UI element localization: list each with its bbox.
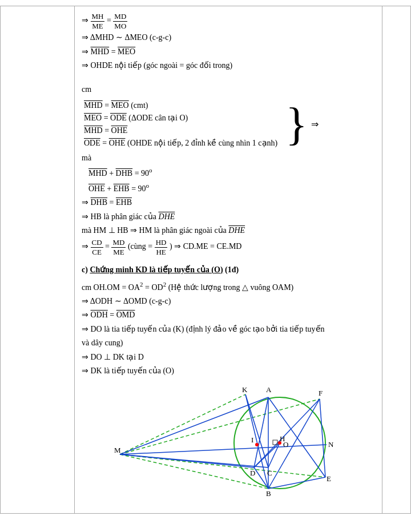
fraction-hd-he: HDHE bbox=[155, 238, 168, 256]
label-c: C bbox=[267, 469, 272, 477]
brace-line-4: ODE = OHE (OHDE nội tiếp, 2 đỉnh kề cùng… bbox=[84, 137, 277, 149]
dk-tiep-tuyen: ⇒ DK là tiếp tuyến của (O) bbox=[82, 365, 375, 377]
label-m: M bbox=[114, 446, 121, 454]
day-cung: và dây cung) bbox=[82, 337, 375, 349]
label-k: K bbox=[242, 385, 248, 394]
do-perp-dk: ⇒ DO ⊥ DK tại D bbox=[82, 351, 375, 364]
angle-mhd: MHD bbox=[91, 47, 110, 56]
fraction-cd-ce: CDCE bbox=[91, 238, 103, 256]
equation-line-2: ⇒ ΔMHD ∼ ΔMEO (c-g-c) bbox=[82, 31, 375, 44]
label-f: F bbox=[319, 389, 323, 397]
label-b: B bbox=[266, 489, 271, 498]
svg-line-9 bbox=[268, 397, 325, 477]
odh-omd-line: ⇒ ΔODH ∼ ΔOMD (c-g-c) bbox=[82, 295, 375, 308]
fraction-md-mo: MDMO bbox=[113, 12, 127, 30]
svg-line-19 bbox=[120, 454, 254, 467]
label-o: O bbox=[283, 440, 288, 449]
main-table: ⇒ MHME = MDMO ⇒ ΔMHD ∼ ΔMEO (c-g-c) ⇒ MH… bbox=[0, 6, 411, 514]
label-d: D bbox=[250, 469, 255, 477]
label-e: E bbox=[327, 474, 331, 483]
brace-line-1: MHD = MEO (cmt) bbox=[84, 99, 277, 111]
dhb-equal: ⇒ DHB = EHB bbox=[82, 196, 375, 209]
fraction-mh-me: MHME bbox=[91, 12, 105, 30]
brace-line-2: MEO = ODE (ΔODE cân tại O) bbox=[84, 112, 277, 124]
dhb-line-1: MHD + DHB = 90o bbox=[88, 166, 375, 180]
dhb-line-2: OHE + EHB = 90o bbox=[88, 181, 375, 195]
hb-phan-giac: ⇒ HB là phân giác của DHE bbox=[82, 211, 375, 223]
brace-section: MHD = MEO (cmt) MEO = ODE (ΔODE cân tại … bbox=[82, 99, 375, 150]
left-column bbox=[1, 6, 75, 514]
geometry-diagram: M K A F N I H O D C B E bbox=[91, 383, 365, 509]
right-brace: } bbox=[285, 101, 307, 147]
svg-line-13 bbox=[320, 399, 325, 477]
angle-meo: MEO bbox=[118, 47, 135, 56]
svg-point-23 bbox=[255, 443, 259, 446]
cd-ce-line: ⇒ CDCE = MDME (cùng = HDHE ) ⇒ CD.ME = C… bbox=[82, 238, 375, 256]
page: ⇒ MHME = MDMO ⇒ ΔMHD ∼ ΔMEO (c-g-c) ⇒ MH… bbox=[0, 0, 411, 532]
implication-arrow: ⇒ bbox=[311, 119, 319, 130]
label-a: A bbox=[266, 385, 272, 394]
svg-line-14 bbox=[268, 477, 325, 489]
hm-phan-giac: mà HM ⊥ HB ⇒ HM là phân giác ngoài của D… bbox=[82, 224, 375, 237]
brace-line-3: MHD = OHE bbox=[84, 124, 277, 136]
label-n: N bbox=[328, 440, 334, 449]
right-column bbox=[382, 6, 411, 514]
oh-om-line: cm OH.OM = OA2 = OD2 (Hệ thức lượng tron… bbox=[82, 280, 375, 294]
ma-label: mà bbox=[82, 152, 375, 164]
svg-line-10 bbox=[254, 397, 268, 467]
label-i: I bbox=[251, 436, 253, 444]
equation-line-1: ⇒ MHME = MDMO bbox=[82, 12, 375, 30]
svg-line-4 bbox=[120, 454, 268, 489]
svg-line-5 bbox=[120, 445, 327, 454]
svg-line-20 bbox=[120, 397, 268, 454]
svg-line-12 bbox=[254, 399, 320, 467]
section-c-title: c) Chứng minh KD là tiếp tuyến của (O) (… bbox=[82, 264, 375, 276]
fraction-md-me: MDME bbox=[111, 238, 126, 256]
equation-line-3: ⇒ MHD = MEO bbox=[82, 46, 375, 58]
geometry-svg: M K A F N I H O D C B E bbox=[91, 383, 365, 509]
cm-label: cm bbox=[82, 83, 375, 96]
brace-content: MHD = MEO (cmt) MEO = ODE (ΔODE cân tại … bbox=[84, 99, 277, 150]
equation-line-4: ⇒ OHDE nội tiếp (góc ngoài = góc đối tro… bbox=[82, 59, 375, 72]
odh-equal-omd: ⇒ ODH = OMD bbox=[82, 309, 375, 321]
svg-line-6 bbox=[245, 394, 268, 489]
content-column: ⇒ MHME = MDMO ⇒ ΔMHD ∼ ΔMEO (c-g-c) ⇒ MH… bbox=[75, 6, 382, 514]
do-tiep-tuyen: ⇒ DO là tia tiếp tuyến của (K) (định lý … bbox=[82, 323, 375, 336]
